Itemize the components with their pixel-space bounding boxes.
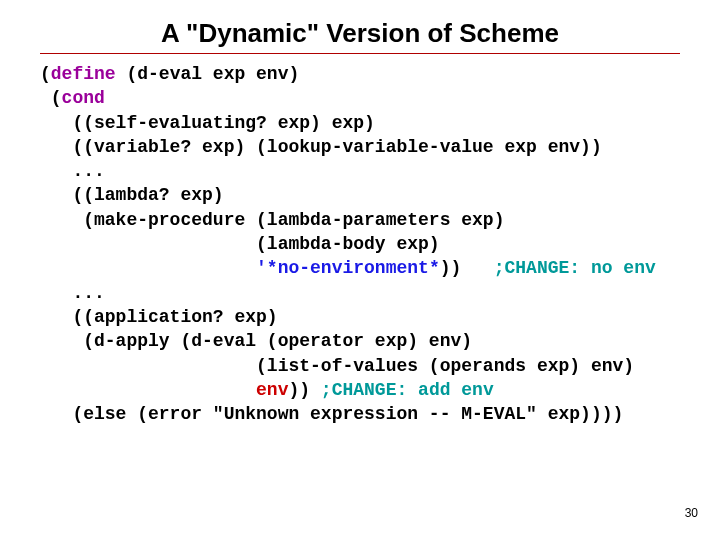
page-number: 30: [685, 506, 698, 520]
code-change-2: env: [256, 380, 288, 400]
code-change-1: '*no-environment*: [256, 258, 440, 278]
keyword-cond: cond: [62, 88, 105, 108]
code-line: ((lambda? exp): [40, 185, 224, 205]
comment-change-2: ;CHANGE: add env: [321, 380, 494, 400]
t: [40, 258, 256, 278]
code-line: ((application? exp): [40, 307, 278, 327]
t: (: [40, 64, 51, 84]
t: )): [288, 380, 320, 400]
t: )): [440, 258, 494, 278]
comment-change-1: ;CHANGE: no env: [494, 258, 656, 278]
slide: A "Dynamic" Version of Scheme (define (d…: [0, 0, 720, 540]
code-line: (lambda-body exp): [40, 234, 440, 254]
t: (d-eval exp env): [116, 64, 300, 84]
code-line: (list-of-values (operands exp) env): [40, 356, 634, 376]
code-line: ((self-evaluating? exp) exp): [40, 113, 375, 133]
code-line: ...: [40, 161, 105, 181]
slide-title: A "Dynamic" Version of Scheme: [40, 18, 680, 49]
title-underline: [40, 53, 680, 54]
code-line: (make-procedure (lambda-parameters exp): [40, 210, 504, 230]
t: [40, 380, 256, 400]
code-block: (define (d-eval exp env) (cond ((self-ev…: [40, 62, 720, 426]
code-line: ...: [40, 283, 105, 303]
code-line: (d-apply (d-eval (operator exp) env): [40, 331, 472, 351]
t: (: [40, 88, 62, 108]
code-line: ((variable? exp) (lookup-variable-value …: [40, 137, 602, 157]
keyword-define: define: [51, 64, 116, 84]
code-line: (else (error "Unknown expression -- M-EV…: [40, 404, 623, 424]
